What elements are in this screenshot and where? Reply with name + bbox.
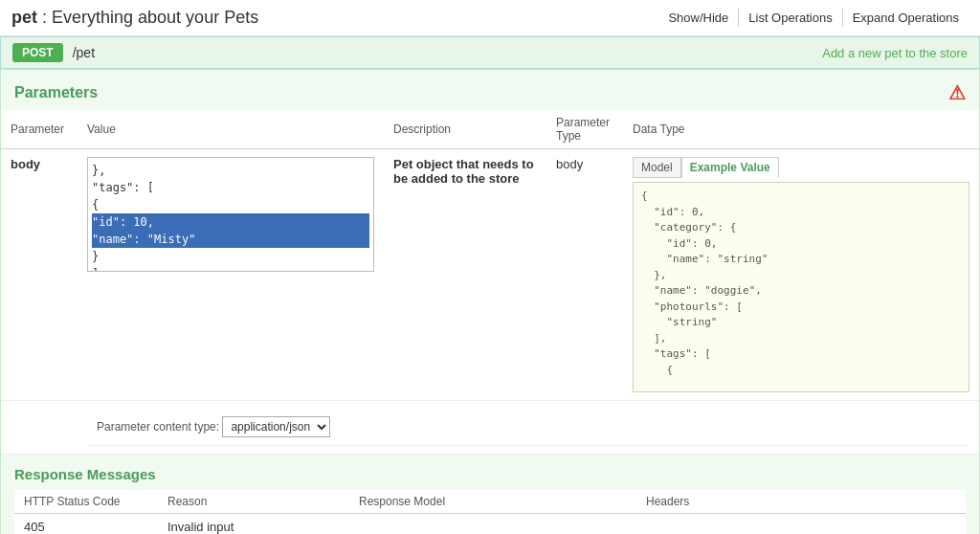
textarea-wrapper: }, "tags": [ { "id": 10, "name": "Misty"… bbox=[87, 157, 374, 272]
header-title: pet : Everything about your Pets bbox=[11, 8, 258, 28]
response-table: HTTP Status Code Reason Response Model H… bbox=[14, 490, 966, 534]
main-content: Parameters ⚠ Parameter Value Description… bbox=[0, 69, 980, 534]
body-textarea[interactable]: }, "tags": [ { "id": 10, "name": "Misty"… bbox=[87, 157, 374, 272]
col-data-type: Data Type bbox=[623, 110, 979, 149]
error-icon: ⚠ bbox=[948, 81, 966, 104]
parameters-title: Parameters bbox=[14, 84, 98, 101]
status-code-cell: 405 bbox=[14, 514, 158, 535]
col-param-type: ParameterType bbox=[546, 110, 623, 149]
content-type-area: Parameter content type: application/json… bbox=[87, 409, 969, 446]
reason-cell: Invalid input bbox=[158, 514, 349, 535]
post-row[interactable]: POST /pet Add a new pet to the store bbox=[0, 36, 980, 69]
selected-line-name: "name": "Misty" bbox=[92, 231, 369, 248]
selected-line-id: "id": 10, bbox=[92, 213, 369, 231]
table-row: body }, "tags": [ { "id": 10, "name": "M… bbox=[1, 149, 979, 401]
model-tab[interactable]: Model bbox=[633, 157, 681, 178]
col-value: Value bbox=[78, 110, 384, 149]
example-tab[interactable]: Example Value bbox=[681, 157, 779, 178]
col-headers: Headers bbox=[636, 490, 966, 514]
content-type-select[interactable]: application/json application/xml text/pl… bbox=[222, 416, 330, 437]
expand-operations-action[interactable]: Expand Operations bbox=[842, 9, 969, 27]
response-section: Response Messages HTTP Status Code Reaso… bbox=[1, 455, 979, 534]
header-bar: pet : Everything about your Pets Show/Hi… bbox=[0, 0, 980, 36]
response-model-cell bbox=[349, 514, 636, 535]
post-path: /pet bbox=[73, 45, 95, 60]
col-reason: Reason bbox=[158, 490, 349, 514]
parameters-section-header: Parameters ⚠ bbox=[1, 70, 979, 110]
content-type-row: Parameter content type: application/json… bbox=[1, 401, 979, 455]
parameters-table: Parameter Value Description ParameterTyp… bbox=[1, 110, 979, 455]
response-row: 405 Invalid input bbox=[14, 514, 966, 535]
list-operations-action[interactable]: List Operations bbox=[738, 9, 841, 27]
param-description: Pet object that needs to be added to the… bbox=[393, 157, 534, 186]
model-tabs: Model Example Value bbox=[633, 157, 969, 178]
header-description: Everything about your Pets bbox=[52, 8, 258, 27]
param-name: body bbox=[11, 157, 40, 171]
col-description: Description bbox=[384, 110, 546, 149]
headers-cell bbox=[636, 514, 966, 535]
post-badge: POST bbox=[12, 43, 63, 62]
tag-name: pet bbox=[11, 8, 37, 27]
content-type-label: Parameter content type: bbox=[97, 420, 219, 434]
post-description: Add a new pet to the store bbox=[822, 46, 968, 60]
header-separator: : bbox=[42, 8, 52, 27]
response-section-title: Response Messages bbox=[14, 466, 966, 482]
example-value-box[interactable]: { "id": 0, "category": { "id": 0, "name"… bbox=[633, 182, 969, 392]
col-status-code: HTTP Status Code bbox=[14, 490, 158, 514]
header-actions: Show/Hide List Operations Expand Operati… bbox=[658, 9, 969, 27]
data-type-col: Model Example Value { "id": 0, "category… bbox=[623, 149, 979, 401]
param-type: body bbox=[556, 157, 583, 171]
col-response-model: Response Model bbox=[349, 490, 636, 514]
show-hide-action[interactable]: Show/Hide bbox=[658, 9, 738, 27]
col-parameter: Parameter bbox=[1, 110, 78, 149]
